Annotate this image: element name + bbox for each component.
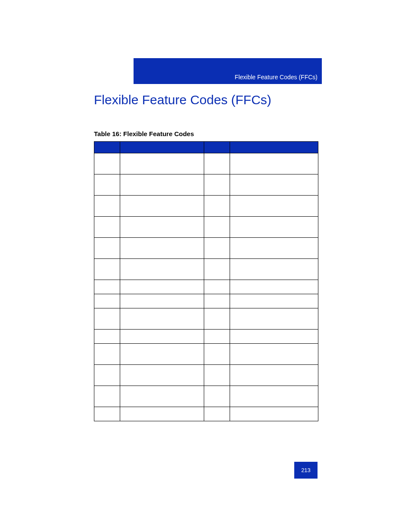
table-cell bbox=[94, 308, 120, 330]
table-header-cell bbox=[204, 142, 230, 153]
running-title: Flexible Feature Codes (FFCs) bbox=[235, 74, 318, 81]
table-cell bbox=[230, 238, 318, 259]
table-cell bbox=[230, 365, 318, 386]
table-cell bbox=[120, 238, 204, 259]
table-cell bbox=[204, 365, 230, 386]
table-row bbox=[94, 217, 318, 238]
table-cell bbox=[204, 196, 230, 217]
table-cell bbox=[204, 259, 230, 280]
table-row bbox=[94, 280, 318, 294]
header-band: Flexible Feature Codes (FFCs) bbox=[134, 58, 322, 84]
table-cell bbox=[230, 174, 318, 196]
table-cell bbox=[204, 344, 230, 365]
table-cell bbox=[94, 238, 120, 259]
table-cell bbox=[204, 308, 230, 330]
table-cell bbox=[230, 386, 318, 407]
table-row bbox=[94, 153, 318, 174]
table-cell bbox=[204, 174, 230, 196]
ffc-table bbox=[94, 141, 318, 421]
table-cell bbox=[120, 407, 204, 421]
table-cell bbox=[94, 344, 120, 365]
table-cell bbox=[230, 196, 318, 217]
table-cell bbox=[120, 386, 204, 407]
table-header-cell bbox=[120, 142, 204, 153]
table-header-cell bbox=[94, 142, 120, 153]
table-cell bbox=[94, 386, 120, 407]
table-row bbox=[94, 259, 318, 280]
table-cell bbox=[120, 196, 204, 217]
table-cell bbox=[204, 330, 230, 344]
table-row bbox=[94, 196, 318, 217]
table-cell bbox=[120, 153, 204, 174]
table-cell bbox=[94, 259, 120, 280]
table-cell bbox=[204, 238, 230, 259]
table-row bbox=[94, 174, 318, 196]
table-row bbox=[94, 344, 318, 365]
table-cell bbox=[204, 386, 230, 407]
table-cell bbox=[94, 330, 120, 344]
table-row bbox=[94, 407, 318, 421]
table-cell bbox=[120, 294, 204, 308]
table-cell bbox=[230, 217, 318, 238]
table-row bbox=[94, 308, 318, 330]
table-cell bbox=[120, 280, 204, 294]
table-cell bbox=[204, 280, 230, 294]
table-cell bbox=[120, 259, 204, 280]
table-cell bbox=[230, 280, 318, 294]
table-cell bbox=[230, 308, 318, 330]
table-row bbox=[94, 386, 318, 407]
table-cell bbox=[120, 217, 204, 238]
table-row bbox=[94, 365, 318, 386]
table-row bbox=[94, 330, 318, 344]
table-header-row bbox=[94, 142, 318, 153]
table-header-cell bbox=[230, 142, 318, 153]
table-cell bbox=[204, 407, 230, 421]
table-cell bbox=[120, 344, 204, 365]
table-cell bbox=[230, 407, 318, 421]
page-number: 213 bbox=[294, 462, 318, 479]
page-title: Flexible Feature Codes (FFCs) bbox=[94, 93, 271, 107]
table-cell bbox=[94, 294, 120, 308]
table-cell bbox=[94, 196, 120, 217]
table-cell bbox=[230, 153, 318, 174]
table-row bbox=[94, 238, 318, 259]
table-caption: Table 16: Flexible Feature Codes bbox=[94, 130, 194, 137]
table-cell bbox=[94, 217, 120, 238]
table-cell bbox=[94, 174, 120, 196]
table-cell bbox=[230, 259, 318, 280]
table-cell bbox=[94, 365, 120, 386]
table-cell bbox=[94, 280, 120, 294]
table-cell bbox=[94, 407, 120, 421]
table-cell bbox=[94, 153, 120, 174]
table-cell bbox=[230, 294, 318, 308]
table-cell bbox=[120, 174, 204, 196]
table-cell bbox=[120, 365, 204, 386]
table-cell bbox=[120, 308, 204, 330]
table-cell bbox=[204, 153, 230, 174]
table-cell bbox=[204, 294, 230, 308]
table-cell bbox=[230, 344, 318, 365]
table-cell bbox=[230, 330, 318, 344]
table-cell bbox=[204, 217, 230, 238]
table-row bbox=[94, 294, 318, 308]
table-cell bbox=[120, 330, 204, 344]
